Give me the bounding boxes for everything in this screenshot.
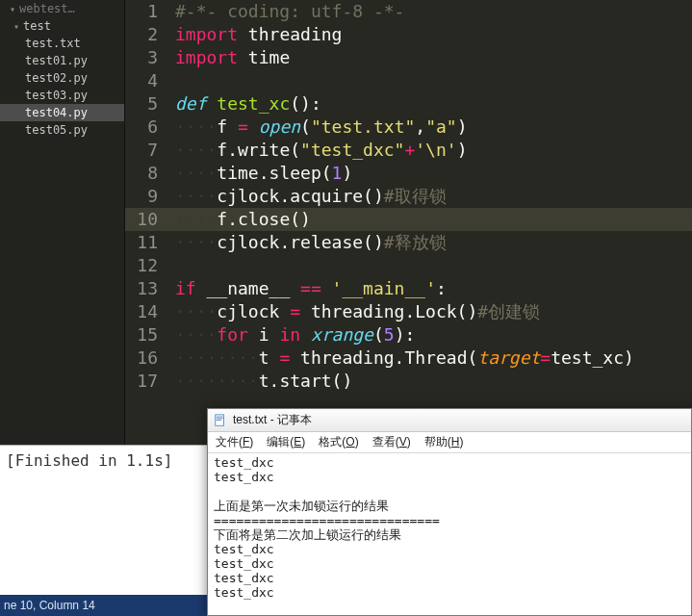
line-number: 13	[125, 277, 167, 300]
tree-file-label: test04.py	[25, 106, 88, 119]
line-number: 5	[125, 92, 167, 116]
line-content: ····f = open("test.txt","a")	[167, 116, 692, 139]
code-line[interactable]: 4	[125, 69, 692, 92]
code-line[interactable]: 16········t = threading.Thread(target=te…	[125, 346, 692, 370]
line-content: ········t.start()	[167, 370, 692, 393]
tree-file[interactable]: test03.py	[0, 87, 124, 104]
line-content: ····f.close()	[167, 208, 692, 231]
tree-file[interactable]: test04.py	[0, 104, 124, 121]
line-number: 17	[125, 370, 167, 393]
tree-file[interactable]: test05.py	[0, 121, 124, 139]
line-content: import threading	[167, 23, 692, 46]
tree-folder-label: test	[23, 19, 51, 33]
notepad-menu-item[interactable]: 查看(V)	[372, 434, 411, 452]
line-content	[167, 254, 692, 277]
tree-file-label: test.txt	[25, 37, 81, 50]
line-content: if __name__ == '__main__':	[167, 277, 692, 300]
line-number: 3	[125, 46, 167, 69]
code-line[interactable]: 9····cjlock.acquire()#取得锁	[125, 185, 692, 208]
line-number: 8	[125, 162, 167, 185]
chevron-down-icon	[12, 21, 21, 32]
code-line[interactable]: 3import time	[125, 46, 692, 69]
line-content: ····cjlock.acquire()#取得锁	[167, 185, 692, 208]
line-content: ····f.write("test_dxc"+'\n')	[167, 139, 692, 162]
code-line[interactable]: 10····f.close()	[125, 208, 692, 231]
tree-file-label: test05.py	[25, 123, 88, 137]
svg-rect-3	[217, 420, 221, 421]
notepad-title: test.txt - 记事本	[233, 412, 312, 428]
console-text: [Finished in 1.1s]	[6, 451, 172, 470]
line-content: ····cjlock.release()#释放锁	[167, 231, 692, 254]
notepad-body[interactable]: test_dxc test_dxc 上面是第一次未加锁运行的结果 =======…	[208, 453, 691, 602]
code-line[interactable]: 12	[125, 254, 692, 277]
line-content	[167, 69, 692, 92]
code-line[interactable]: 5def test_xc():	[125, 92, 692, 116]
line-number: 16	[125, 346, 167, 370]
line-content: def test_xc():	[167, 92, 692, 116]
code-line[interactable]: 15····for i in xrange(5):	[125, 323, 692, 346]
status-cursor-position: ne 10, Column 14	[4, 599, 95, 612]
line-number: 1	[125, 0, 167, 23]
line-number: 15	[125, 323, 167, 346]
svg-rect-2	[217, 418, 223, 419]
code-line[interactable]: 6····f = open("test.txt","a")	[125, 116, 692, 139]
line-number: 9	[125, 185, 167, 208]
line-number: 7	[125, 139, 167, 162]
code-line[interactable]: 14····cjlock = threading.Lock()#创建锁	[125, 300, 692, 323]
code-line[interactable]: 7····f.write("test_dxc"+'\n')	[125, 139, 692, 162]
line-content: ····time.sleep(1)	[167, 162, 692, 185]
tree-root-label: webtest…	[19, 2, 75, 15]
line-number: 2	[125, 23, 167, 46]
notepad-icon	[214, 414, 227, 427]
code-line[interactable]: 1#-*- coding: utf-8 -*-	[125, 0, 692, 23]
tree-root[interactable]: webtest…	[0, 0, 124, 17]
notepad-titlebar[interactable]: test.txt - 记事本	[208, 409, 691, 432]
status-bar: ne 10, Column 14	[0, 595, 207, 616]
line-number: 6	[125, 116, 167, 139]
build-output-panel: [Finished in 1.1s]	[0, 445, 207, 595]
tree-file-label: test01.py	[25, 54, 88, 67]
tree-folder[interactable]: test	[0, 17, 124, 35]
line-content: import time	[167, 46, 692, 69]
notepad-menu-item[interactable]: 格式(O)	[319, 434, 358, 452]
line-content: #-*- coding: utf-8 -*-	[167, 0, 692, 23]
code-line[interactable]: 2import threading	[125, 23, 692, 46]
code-line[interactable]: 13if __name__ == '__main__':	[125, 277, 692, 300]
notepad-menu-item[interactable]: 帮助(H)	[424, 434, 464, 452]
line-number: 10	[125, 208, 167, 231]
line-content: ····for i in xrange(5):	[167, 323, 692, 346]
notepad-menu-item[interactable]: 编辑(E)	[267, 434, 305, 452]
tree-file[interactable]: test.txt	[0, 35, 124, 52]
notepad-menu-item[interactable]: 文件(F)	[216, 434, 253, 452]
code-line[interactable]: 8····time.sleep(1)	[125, 162, 692, 185]
notepad-menubar: 文件(F)编辑(E)格式(O)查看(V)帮助(H)	[208, 432, 691, 453]
tree-file-label: test03.py	[25, 89, 88, 102]
chevron-down-icon	[8, 4, 17, 14]
tree-file[interactable]: test01.py	[0, 52, 124, 69]
code-line[interactable]: 11····cjlock.release()#释放锁	[125, 231, 692, 254]
tree-file[interactable]: test02.py	[0, 69, 124, 87]
line-number: 14	[125, 300, 167, 323]
svg-rect-1	[217, 416, 223, 417]
line-number: 4	[125, 69, 167, 92]
line-content: ········t = threading.Thread(target=test…	[167, 346, 692, 370]
line-number: 11	[125, 231, 167, 254]
tree-file-label: test02.py	[25, 71, 88, 85]
code-line[interactable]: 17········t.start()	[125, 370, 692, 393]
notepad-window: test.txt - 记事本 文件(F)编辑(E)格式(O)查看(V)帮助(H)…	[207, 408, 692, 616]
line-content: ····cjlock = threading.Lock()#创建锁	[167, 300, 692, 323]
code-editor[interactable]: 1#-*- coding: utf-8 -*-2import threading…	[125, 0, 692, 445]
line-number: 12	[125, 254, 167, 277]
